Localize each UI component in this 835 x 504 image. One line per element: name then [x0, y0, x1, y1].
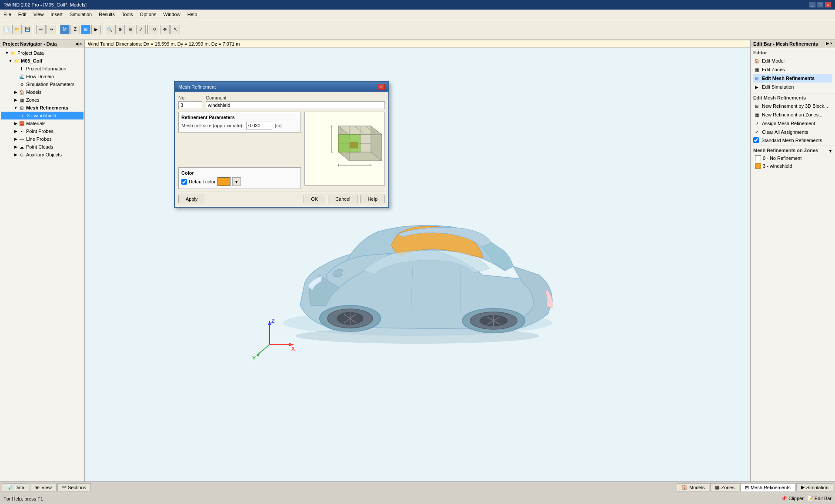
- standard-mesh-item[interactable]: Standard Mesh Refinements: [753, 136, 832, 144]
- titlebar: RWIND 2.02 Pro - [M05_Golf*, Models] _ □…: [0, 0, 835, 10]
- tb-view2[interactable]: ⊕: [115, 25, 125, 34]
- tb-sim[interactable]: ▶: [91, 25, 101, 34]
- tree-item-windshield[interactable]: ▪ 3 - windshield: [1, 112, 84, 119]
- edit-sim-icon: ▶: [753, 83, 760, 90]
- expand-aux[interactable]: ▶: [13, 152, 18, 157]
- tb-save[interactable]: 💾: [23, 25, 32, 34]
- help-button[interactable]: Help: [360, 195, 385, 203]
- tab-models[interactable]: 🏠 Models: [677, 483, 709, 491]
- expand-points[interactable]: ▶: [13, 129, 18, 134]
- tree-item-sim-params[interactable]: ▶ ⚙ Simulation Parameters: [1, 80, 84, 88]
- tree-item-flow-domain[interactable]: ▶ 🌊 Flow Domain: [1, 73, 84, 80]
- tb-mesh[interactable]: ⊞: [81, 25, 90, 34]
- edit-bar-button[interactable]: 📝 Edit Bar: [807, 496, 832, 501]
- tb-rotate[interactable]: ↻: [150, 25, 159, 34]
- standard-mesh-checkbox[interactable]: [753, 137, 759, 143]
- tab-mesh-refinements[interactable]: ⊞ Mesh Refinements: [740, 483, 795, 491]
- main-layout: Project Navigator - Data ◀ × ▼ 📁 Project…: [0, 40, 835, 481]
- tree-item-m05-golf[interactable]: ▼ 📁 M05_Golf: [1, 57, 84, 65]
- tree-item-materials[interactable]: ▶ 🧱 Materials: [1, 119, 84, 127]
- tab-zones[interactable]: ▦ Zones: [710, 483, 739, 491]
- tb-models[interactable]: M: [60, 25, 70, 34]
- ok-button[interactable]: OK: [304, 195, 325, 203]
- color-picker-button[interactable]: ▼: [232, 177, 241, 186]
- new-zones-item[interactable]: ▦ New Refinement on Zones...: [753, 110, 832, 119]
- viewport[interactable]: Wind Tunnel Dimensions: Dx = 15.599 m, D…: [85, 40, 750, 481]
- tb-select[interactable]: ↖: [170, 25, 180, 34]
- zones-expand-icon[interactable]: ▼: [828, 149, 832, 153]
- menu-help[interactable]: Help: [184, 11, 201, 18]
- tb-new[interactable]: 📄: [2, 25, 11, 34]
- tb-sep1: [34, 25, 34, 34]
- tree-item-project-data[interactable]: ▼ 📁 Project Data: [1, 49, 84, 57]
- expand-materials[interactable]: ▶: [13, 121, 18, 126]
- clear-assignments-item[interactable]: ✓ Clear All Assignments: [753, 128, 832, 136]
- tb-zones[interactable]: Z: [70, 25, 80, 34]
- menu-tools[interactable]: Tools: [118, 11, 137, 18]
- tab-view[interactable]: 👁 View: [30, 484, 57, 491]
- menu-insert[interactable]: Insert: [47, 11, 66, 18]
- tb-undo[interactable]: ↩: [36, 25, 46, 34]
- expand-project-data[interactable]: ▼: [4, 50, 10, 56]
- tb-view1[interactable]: 🔍: [105, 25, 114, 34]
- tree-item-models[interactable]: ▶ 🏠 Models: [1, 88, 84, 96]
- expand-m05[interactable]: ▼: [8, 58, 13, 63]
- comment-input[interactable]: [206, 101, 385, 109]
- tb-fit[interactable]: ⤢: [136, 25, 146, 34]
- expand-models[interactable]: ▶: [13, 90, 18, 95]
- tree-item-zones[interactable]: ▶ ▦ Zones: [1, 96, 84, 104]
- tb-pan[interactable]: ✥: [160, 25, 170, 34]
- clipper-button[interactable]: 📌 Clipper: [781, 496, 804, 501]
- maximize-button[interactable]: □: [817, 2, 824, 8]
- simulation-tab-label: Simulation: [806, 485, 828, 490]
- tab-data[interactable]: 📊 Data: [2, 483, 29, 491]
- nav-controls[interactable]: ◀ ×: [75, 42, 82, 46]
- edit-model-item[interactable]: 🏠 Edit Model: [753, 56, 832, 65]
- minimize-button[interactable]: _: [809, 2, 816, 8]
- expand-zones[interactable]: ▶: [13, 97, 18, 103]
- cancel-button[interactable]: Cancel: [328, 195, 357, 203]
- expand-mesh[interactable]: ▼: [13, 105, 18, 110]
- zone-windshield-color: [755, 163, 761, 169]
- menu-view[interactable]: View: [30, 11, 47, 18]
- zone-windshield[interactable]: 3 - windshield: [753, 162, 832, 170]
- edit-mesh-item[interactable]: ⊞ Edit Mesh Refinements: [753, 74, 832, 83]
- tb-open[interactable]: 📂: [12, 25, 22, 34]
- flow-icon: 🌊: [18, 73, 25, 80]
- tree-item-project-information[interactable]: ▶ ℹ Project Information: [1, 65, 84, 73]
- no-input[interactable]: [178, 101, 202, 109]
- tab-sections[interactable]: ✂ Sections: [57, 483, 91, 491]
- menu-edit[interactable]: Edit: [15, 11, 30, 18]
- close-button[interactable]: ×: [825, 2, 832, 8]
- zone-no-refinement[interactable]: 0 - No Refinement: [753, 154, 832, 162]
- menu-window[interactable]: Window: [160, 11, 184, 18]
- tree-item-point-clouds[interactable]: ▶ ☁ Point Clouds: [1, 143, 84, 151]
- tree-item-auxiliary[interactable]: ▶ ⊙ Auxiliary Objects: [1, 151, 84, 159]
- tb-redo[interactable]: ↪: [47, 25, 56, 34]
- menu-simulation[interactable]: Simulation: [66, 11, 95, 18]
- mesh-cell-input[interactable]: [246, 122, 272, 129]
- edit-simulation-item[interactable]: ▶ Edit Simulation: [753, 83, 832, 91]
- assign-mesh-item[interactable]: ↗ Assign Mesh Refinement: [753, 119, 832, 128]
- default-color-checkbox[interactable]: [181, 179, 187, 185]
- tree-item-point-probes[interactable]: ▶ • Point Probes: [1, 127, 84, 135]
- menu-options[interactable]: Options: [137, 11, 160, 18]
- tab-simulation[interactable]: ▶ Simulation: [796, 483, 833, 491]
- menu-file[interactable]: File: [0, 11, 15, 18]
- expand-clouds[interactable]: ▶: [13, 144, 18, 149]
- edit-mesh-label: Edit Mesh Refinements: [762, 76, 815, 81]
- tree-item-mesh-refinements[interactable]: ▼ ⊞ Mesh Refinements: [1, 104, 84, 112]
- color-swatch[interactable]: [217, 177, 230, 186]
- menu-results[interactable]: Results: [95, 11, 118, 18]
- sections-tab-label: Sections: [68, 485, 86, 490]
- edit-zones-item[interactable]: ▦ Edit Zones: [753, 65, 832, 74]
- right-panel-controls[interactable]: ▶ ×: [826, 41, 832, 46]
- toolbar: 📄 📂 💾 ↩ ↪ M Z ⊞ ▶ 🔍 ⊕ ⊖ ⤢ ↻ ✥ ↖: [0, 19, 835, 40]
- clear-icon: ✓: [753, 129, 760, 136]
- expand-lines[interactable]: ▶: [13, 136, 18, 142]
- apply-button[interactable]: Apply: [178, 195, 205, 203]
- tb-view3[interactable]: ⊖: [126, 25, 135, 34]
- new-3d-block-item[interactable]: ⊞ New Refinement by 3D Block...: [753, 102, 832, 110]
- tree-item-line-probes[interactable]: ▶ — Line Probes: [1, 135, 84, 143]
- dialog-close-button[interactable]: ×: [378, 84, 385, 90]
